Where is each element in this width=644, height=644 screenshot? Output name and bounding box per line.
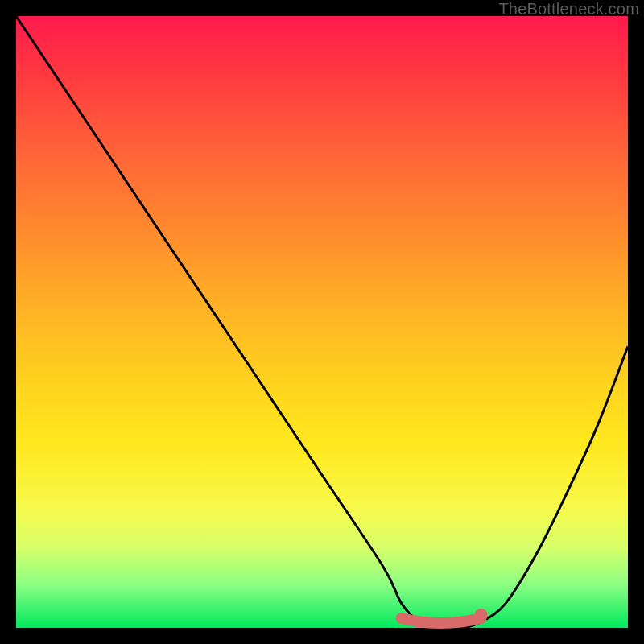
optimal-range-highlight	[402, 618, 481, 623]
bottleneck-curve-path	[16, 16, 628, 629]
chart-frame: TheBottleneck.com	[0, 0, 644, 644]
optimal-range-end-dot	[475, 609, 488, 621]
chart-plot-area	[16, 16, 628, 628]
bottleneck-curve	[16, 16, 628, 628]
